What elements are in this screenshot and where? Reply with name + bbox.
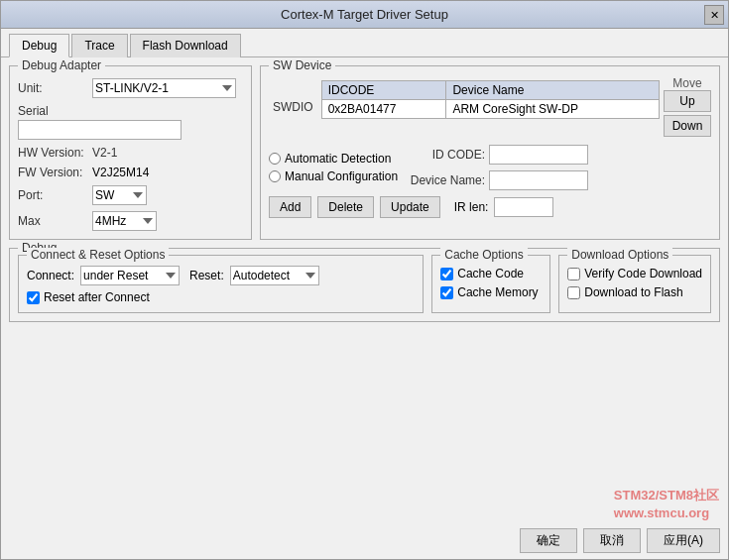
ir-len-label: IR len: xyxy=(454,200,489,214)
idcode-cell: 0x2BA01477 xyxy=(321,100,446,119)
max-row: Max 4MHz xyxy=(18,211,243,231)
hw-version-row: HW Version: V2-1 xyxy=(18,146,243,160)
manual-config-radio[interactable] xyxy=(269,170,281,182)
reset-after-connect-row: Reset after Connect xyxy=(27,290,415,304)
max-label: Max xyxy=(18,214,92,228)
swdio-label: SWDIO xyxy=(269,98,317,116)
port-select[interactable]: SW xyxy=(92,185,147,205)
tab-debug[interactable]: Debug xyxy=(9,34,69,57)
ir-len-input[interactable] xyxy=(494,197,553,217)
fw-version-row: FW Version: V2J25M14 xyxy=(18,166,243,179)
title-bar: Cortex-M Target Driver Setup ✕ xyxy=(1,1,728,29)
debug-adapter-group: Debug Adapter Unit: ST-LINK/V2-1 Serial … xyxy=(9,65,252,240)
cache-options-label: Cache Options xyxy=(440,248,527,262)
sw-device-label: SW Device xyxy=(269,58,335,72)
fw-version-label: FW Version: xyxy=(18,166,92,179)
cache-code-checkbox[interactable] xyxy=(440,268,453,280)
max-select[interactable]: 4MHz xyxy=(92,211,157,231)
unit-row: Unit: ST-LINK/V2-1 xyxy=(18,78,243,98)
serial-input[interactable]: 0672FF555654725187084918 xyxy=(18,120,182,140)
download-options-label: Download Options xyxy=(567,248,672,262)
unit-select[interactable]: ST-LINK/V2-1 xyxy=(92,78,236,98)
cache-memory-checkbox[interactable] xyxy=(440,286,453,299)
debug-inner: Connect & Reset Options Connect: under R… xyxy=(18,255,711,313)
window-title: Cortex-M Target Driver Setup xyxy=(281,7,448,22)
debug-adapter-label: Debug Adapter xyxy=(18,58,105,72)
verify-code-row: Verify Code Download xyxy=(567,267,702,280)
add-button[interactable]: Add xyxy=(269,196,311,218)
debug-section: Debug Connect & Reset Options Connect: u… xyxy=(9,248,720,322)
device-name-field-label: Device Name: xyxy=(406,173,485,187)
verify-code-label: Verify Code Download xyxy=(584,267,702,280)
watermark-line2: www.stmcu.org xyxy=(614,504,719,522)
move-down-button[interactable]: Down xyxy=(664,115,711,137)
download-to-flash-checkbox[interactable] xyxy=(567,286,580,299)
main-content: Debug Adapter Unit: ST-LINK/V2-1 Serial … xyxy=(1,57,728,520)
auto-detection-row: Automatic Detection xyxy=(269,152,398,166)
sw-table-wrapper: SWDIO IDCODE Device Name xyxy=(269,76,660,137)
unit-label: Unit: xyxy=(18,81,92,95)
id-code-input[interactable] xyxy=(489,145,588,165)
top-section: Debug Adapter Unit: ST-LINK/V2-1 Serial … xyxy=(9,65,720,240)
cache-memory-label: Cache Memory xyxy=(457,285,538,299)
download-options-group: Download Options Verify Code Download Do… xyxy=(558,255,711,313)
manual-config-label: Manual Configuration xyxy=(285,169,398,183)
tab-flash-download[interactable]: Flash Download xyxy=(130,34,241,57)
cache-code-label: Cache Code xyxy=(457,267,524,280)
device-name-row: Device Name: xyxy=(406,170,711,190)
watermark: STM32/STM8社区 www.stmcu.org xyxy=(614,487,719,522)
sw-device-bottom: Automatic Detection Manual Configuration… xyxy=(269,145,711,190)
reset-after-connect-checkbox[interactable] xyxy=(27,291,40,304)
connect-row: Connect: under Reset Reset: Autodetect xyxy=(27,266,415,285)
auto-detection-label: Automatic Detection xyxy=(285,152,391,166)
move-label: Move xyxy=(664,76,711,90)
tab-trace[interactable]: Trace xyxy=(71,34,127,57)
footer-buttons: 确定 取消 应用(A) xyxy=(1,520,728,559)
watermark-line1: STM32/STM8社区 xyxy=(614,487,719,504)
download-to-flash-label: Download to Flash xyxy=(584,285,682,299)
cache-options-group: Cache Options Cache Code Cache Memory xyxy=(431,255,550,313)
cache-memory-row: Cache Memory xyxy=(440,285,542,299)
sw-action-row: Add Delete Update IR len: xyxy=(269,196,711,218)
idcode-header: IDCODE xyxy=(321,81,446,100)
verify-code-checkbox[interactable] xyxy=(567,268,580,280)
port-label: Port: xyxy=(18,188,92,202)
sw-device-table-section: SWDIO IDCODE Device Name xyxy=(269,76,711,137)
fw-version-value: V2J25M14 xyxy=(92,166,149,179)
sw-device-group: SW Device SWDIO IDCODE Device Name xyxy=(260,65,720,240)
port-row: Port: SW xyxy=(18,185,243,205)
connect-reset-label: Connect & Reset Options xyxy=(27,248,169,262)
reset-label: Reset: xyxy=(189,269,224,282)
close-button[interactable]: ✕ xyxy=(704,5,724,25)
download-to-flash-row: Download to Flash xyxy=(567,285,702,299)
serial-input-row: 0672FF555654725187084918 xyxy=(18,120,243,140)
reset-after-connect-label: Reset after Connect xyxy=(44,290,150,304)
hw-version-label: HW Version: xyxy=(18,146,92,160)
id-fields: ID CODE: Device Name: xyxy=(406,145,711,190)
tabs-bar: Debug Trace Flash Download xyxy=(1,29,728,57)
move-buttons-section: Move Up Down xyxy=(664,76,711,137)
device-name-cell: ARM CoreSight SW-DP xyxy=(446,100,660,119)
reset-select[interactable]: Autodetect xyxy=(230,266,319,285)
main-window: Cortex-M Target Driver Setup ✕ Debug Tra… xyxy=(0,0,729,560)
ok-button[interactable]: 确定 xyxy=(520,528,577,553)
connect-select[interactable]: under Reset xyxy=(80,266,180,285)
device-name-input[interactable] xyxy=(489,170,588,190)
hw-version-value: V2-1 xyxy=(92,146,117,160)
sw-table-container: IDCODE Device Name 0x2BA01477 ARM CoreSi… xyxy=(321,76,660,119)
update-button[interactable]: Update xyxy=(380,196,440,218)
sw-table: IDCODE Device Name 0x2BA01477 ARM CoreSi… xyxy=(321,80,660,119)
serial-label: Serial xyxy=(18,104,92,118)
move-up-button[interactable]: Up xyxy=(664,90,711,112)
auto-detection-radio[interactable] xyxy=(269,153,281,165)
detection-radio-group: Automatic Detection Manual Configuration xyxy=(269,152,398,183)
cancel-button[interactable]: 取消 xyxy=(583,528,641,553)
table-row[interactable]: 0x2BA01477 ARM CoreSight SW-DP xyxy=(321,100,659,119)
delete-button[interactable]: Delete xyxy=(317,196,374,218)
id-code-row: ID CODE: xyxy=(406,145,711,165)
apply-button[interactable]: 应用(A) xyxy=(647,528,720,553)
cache-code-row: Cache Code xyxy=(440,267,542,280)
device-name-header: Device Name xyxy=(446,81,660,100)
serial-row: Serial xyxy=(18,104,243,118)
connect-label: Connect: xyxy=(27,269,74,282)
